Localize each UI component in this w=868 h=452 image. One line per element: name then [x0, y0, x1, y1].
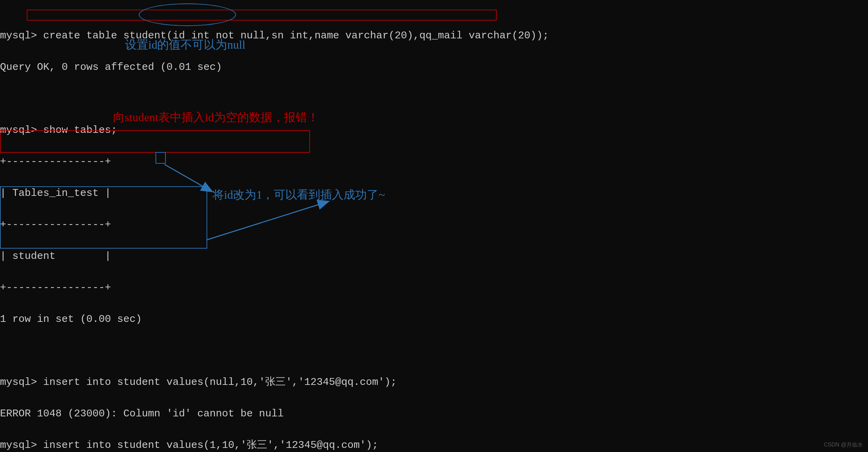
watermark: CSDN @月临水 [824, 441, 863, 449]
query-result: Query OK, 0 rows affected (0.01 sec) [0, 62, 868, 73]
sql-insert-null: mysql> insert into student values(null,1… [0, 377, 868, 388]
error-message: ERROR 1048 (23000): Column 'id' cannot b… [0, 408, 868, 419]
blank-line [0, 345, 868, 356]
table-border: +----------------+ [0, 219, 868, 230]
sql-insert-valid: mysql> insert into student values(1,10,'… [0, 440, 868, 451]
table-row: | student | [0, 251, 868, 262]
table-border: +----------------+ [0, 156, 868, 167]
blank-line [0, 93, 868, 104]
table-header: | Tables_in_test | [0, 188, 868, 199]
terminal-output: mysql> create table student(id int not n… [0, 0, 868, 452]
sql-show-tables: mysql> show tables; [0, 125, 868, 136]
sql-create-statement: mysql> create table student(id int not n… [0, 30, 868, 41]
result-count: 1 row in set (0.00 sec) [0, 314, 868, 325]
table-border: +----------------+ [0, 282, 868, 293]
